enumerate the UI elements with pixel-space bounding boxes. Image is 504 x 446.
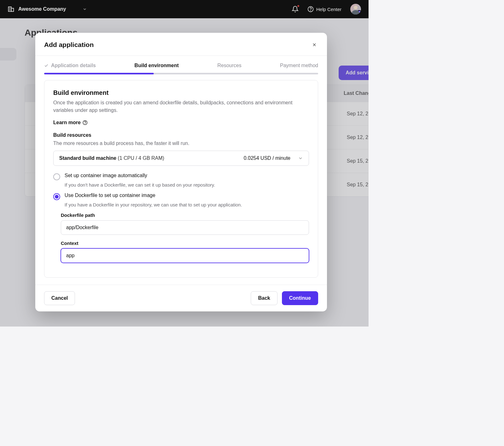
option-auto[interactable]: Set up container image automatically [53, 173, 309, 180]
check-icon [44, 63, 49, 68]
company-icon [8, 6, 14, 13]
context-input[interactable] [61, 248, 309, 263]
option-auto-label: Set up container image automatically [65, 173, 147, 178]
stepper: Application details Build environment Re… [35, 56, 327, 68]
learn-more-link[interactable]: Learn more [53, 120, 88, 125]
chevron-down-icon [83, 7, 87, 11]
cancel-button[interactable]: Cancel [44, 291, 75, 305]
radio-checked-icon [53, 193, 60, 200]
step-resources[interactable]: Resources [217, 63, 241, 68]
machine-price: 0.0254 USD / minute [243, 155, 290, 161]
build-resources-desc: The more resources a build process has, … [53, 141, 309, 146]
step-build-environment[interactable]: Build environment [135, 63, 179, 68]
modal-title: Add application [44, 41, 94, 49]
help-center-label: Help Center [316, 7, 341, 12]
notification-dot [297, 5, 299, 7]
svg-point-10 [85, 124, 85, 124]
context-label: Context [61, 240, 309, 246]
continue-button[interactable]: Continue [282, 291, 318, 305]
learn-more-label: Learn more [53, 120, 81, 125]
company-name: Awesome Company [18, 6, 66, 12]
help-center-link[interactable]: Help Center [307, 6, 341, 12]
option-dockerfile[interactable]: Use Dockerfile to set up container image [53, 193, 309, 200]
step-application-details[interactable]: Application details [44, 63, 96, 68]
dockerfile-path-input[interactable] [61, 220, 309, 235]
back-button[interactable]: Back [251, 291, 277, 305]
build-environment-panel: Build environment Once the application i… [44, 80, 318, 278]
avatar[interactable]: K [350, 4, 361, 14]
progress-fill [44, 73, 154, 74]
step-label: Application details [51, 63, 96, 68]
notifications-button[interactable] [292, 6, 299, 13]
svg-rect-1 [11, 8, 14, 11]
section-title: Build environment [53, 89, 309, 96]
option-dockerfile-label: Use Dockerfile to set up container image [65, 193, 155, 198]
option-dockerfile-desc: If you have a Dockerfile in your reposit… [65, 202, 309, 207]
close-icon [312, 42, 317, 47]
step-label: Build environment [135, 63, 179, 68]
option-auto-desc: If you don't have a Dockerfile, we can s… [65, 182, 309, 188]
step-payment-method[interactable]: Payment method [280, 63, 318, 68]
machine-spec: (1 CPU / 4 GB RAM) [118, 155, 164, 161]
company-selector[interactable]: Awesome Company [8, 6, 87, 13]
avatar-badge: K [357, 10, 361, 14]
topbar: Awesome Company Help Center K [0, 0, 369, 18]
step-label: Resources [217, 63, 241, 68]
radio-unchecked-icon [53, 173, 60, 180]
section-description: Once the application is created you can … [53, 99, 309, 114]
progress-bar [44, 73, 318, 74]
step-label: Payment method [280, 63, 318, 68]
chevron-down-icon [298, 156, 303, 161]
build-resources-title: Build resources [53, 132, 309, 138]
machine-name: Standard build machine [59, 155, 116, 161]
svg-point-6 [311, 10, 311, 11]
close-button[interactable] [311, 41, 318, 49]
dockerfile-path-label: Dockerfile path [61, 212, 309, 218]
help-icon [83, 120, 88, 125]
build-machine-select[interactable]: Standard build machine (1 CPU / 4 GB RAM… [53, 151, 309, 166]
add-application-modal: Add application Application details Buil… [35, 33, 327, 311]
